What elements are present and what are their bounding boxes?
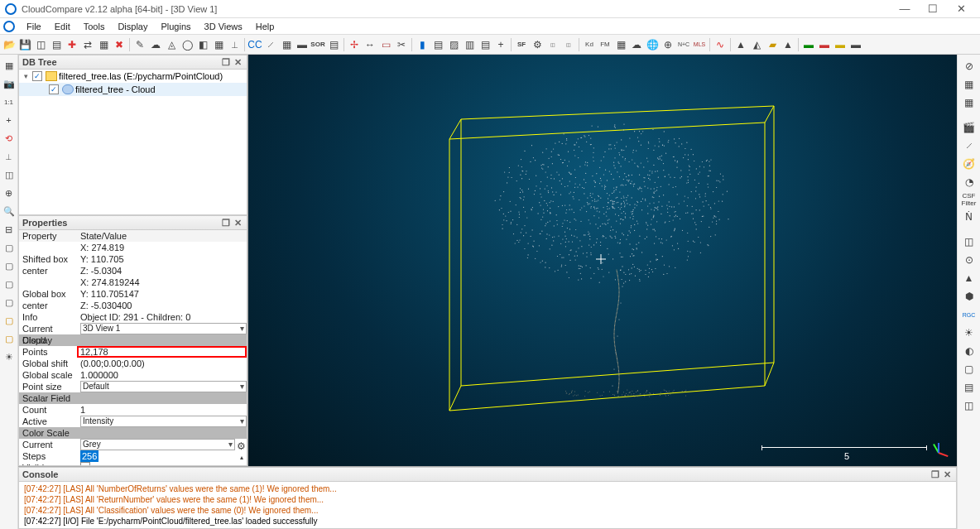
close-button[interactable]: ✕ — [947, 1, 975, 17]
chart-icon[interactable]: ▨ — [446, 37, 461, 52]
point-size-dropdown[interactable]: Default — [80, 381, 247, 392]
filter-icon[interactable]: ▤ — [478, 37, 492, 52]
anim1-icon[interactable]: ▲ — [733, 37, 748, 52]
csf-filter-label[interactable]: CSF Filter — [958, 192, 980, 207]
console-header[interactable]: Console ❐ ✕ — [18, 467, 957, 482]
back-icon[interactable]: ▢ — [2, 258, 17, 273]
3d-viewport[interactable]: 5 — [248, 55, 957, 466]
hough-icon[interactable]: ▲ — [960, 270, 978, 286]
console-body[interactable]: [07:42:27] [LAS] All 'NumberOfReturns' v… — [18, 482, 957, 529]
anim3-icon[interactable]: ▰ — [765, 37, 780, 52]
north-icon[interactable]: Ṅ — [960, 209, 978, 225]
stitch-icon[interactable]: ⇄ — [80, 37, 95, 52]
maximize-button[interactable]: ☐ — [919, 1, 947, 17]
tree-root-checkbox[interactable]: ✓ — [32, 71, 42, 81]
menu-display[interactable]: Display — [111, 22, 154, 31]
menu-edit[interactable]: Edit — [48, 22, 77, 31]
poisson-icon[interactable]: ◐ — [960, 343, 978, 359]
compass-icon[interactable]: 🧭 — [960, 156, 978, 172]
color3-icon[interactable]: ▬ — [833, 37, 848, 52]
menu-tools[interactable]: Tools — [77, 22, 112, 31]
profile-icon[interactable]: ▬ — [295, 37, 310, 52]
pcv-icon[interactable]: ☀ — [960, 325, 978, 341]
dbtree-header[interactable]: DB Tree ❐ ✕ — [18, 55, 247, 70]
m3c2-icon[interactable]: ⬢ — [960, 288, 978, 305]
plugin2-icon[interactable]: ▦ — [960, 76, 978, 93]
lighting-icon[interactable]: ☀ — [2, 349, 17, 364]
right-icon[interactable]: ▢ — [2, 295, 17, 310]
movie-icon[interactable]: 🎬 — [960, 119, 978, 136]
mls-icon[interactable]: MLS — [692, 37, 707, 52]
plugin1-icon[interactable]: ⊘ — [960, 58, 978, 75]
front-icon[interactable]: ▢ — [2, 240, 17, 255]
properties-table[interactable]: Property State/Value X: 274.819 Shifted … — [18, 230, 247, 466]
globe-icon[interactable]: 🌐 — [645, 37, 660, 52]
scale11-icon[interactable]: 1:1 — [2, 94, 17, 109]
hpr-icon[interactable]: ⊙ — [960, 252, 978, 268]
broom-icon[interactable]: ⟋ — [263, 37, 278, 52]
mesh-icon[interactable]: ◬ — [164, 37, 179, 52]
open-icon[interactable]: 📂 — [2, 37, 17, 52]
earth-icon[interactable]: ⊕ — [661, 37, 675, 52]
rotate-icon[interactable]: ⟲ — [2, 131, 17, 146]
trace-icon[interactable]: ∿ — [713, 37, 728, 52]
props-close-icon[interactable]: ✕ — [232, 218, 243, 228]
rgc-icon[interactable]: RGC — [960, 306, 978, 323]
segment-icon[interactable]: ✂ — [394, 37, 409, 52]
db-tree[interactable]: ▾ ✓ filtered_tree.las (E:/pycharm/PointC… — [18, 70, 247, 215]
plugin3-icon[interactable]: ▦ — [960, 94, 978, 111]
cross-icon[interactable]: ✢ — [347, 37, 362, 52]
sor-icon[interactable]: SOR — [310, 37, 325, 52]
level-icon[interactable]: ⟂ — [2, 149, 17, 164]
menu-help[interactable]: Help — [249, 22, 281, 31]
align-icon[interactable]: ◫ — [33, 37, 48, 52]
current-display-dropdown[interactable]: 3D View 1 — [80, 323, 247, 334]
grid-icon[interactable]: ▦ — [279, 37, 294, 52]
tree-root-row[interactable]: ▾ ✓ filtered_tree.las (E:/pycharm/PointC… — [19, 70, 247, 83]
normals-icon[interactable]: ⟂ — [227, 37, 242, 52]
primitive-icon[interactable]: ◯ — [180, 37, 195, 52]
cloud-icon[interactable]: ☁ — [148, 37, 163, 52]
isometric-icon[interactable]: ◫ — [2, 167, 17, 182]
anim4-icon[interactable]: ▲ — [781, 37, 795, 52]
camera-icon[interactable]: 📷 — [2, 76, 17, 91]
canupo-icon[interactable]: ◫ — [545, 37, 560, 52]
translate-icon[interactable]: ↔ — [363, 37, 377, 52]
view-cube-icon[interactable]: ▦ — [2, 58, 17, 73]
pick-icon[interactable]: ✎ — [132, 37, 147, 52]
colorize-icon[interactable]: ◧ — [195, 37, 210, 52]
sra-icon[interactable]: ▤ — [960, 379, 978, 396]
left-icon[interactable]: ▢ — [2, 277, 17, 291]
top-icon[interactable]: ▢ — [2, 313, 17, 328]
las-icon[interactable]: ▤ — [326, 37, 341, 52]
pick-point-icon[interactable]: + — [2, 113, 17, 127]
sfops-icon[interactable]: ⚙ — [530, 37, 545, 52]
dbtree-undock-icon[interactable]: ❐ — [220, 57, 232, 68]
virtual-icon[interactable]: ◫ — [960, 397, 978, 414]
dbtree-close-icon[interactable]: ✕ — [232, 57, 243, 68]
bottom-icon[interactable]: ▢ — [2, 331, 17, 346]
console-close-icon[interactable]: ✕ — [941, 469, 953, 480]
palette-icon[interactable]: ▦ — [211, 37, 226, 52]
nc-icon[interactable]: N+C — [676, 37, 691, 52]
menu-plugins[interactable]: Plugins — [154, 22, 197, 31]
plus-icon[interactable]: + — [493, 37, 508, 52]
steps-input[interactable]: 256 — [80, 450, 98, 462]
registration-icon[interactable]: ▦ — [613, 37, 628, 52]
minimize-button[interactable]: — — [891, 1, 919, 17]
active-sf-dropdown[interactable]: Intensity — [80, 416, 247, 427]
cloud2-icon[interactable]: ☁ — [629, 37, 644, 52]
zoomout-icon[interactable]: ⊟ — [2, 222, 17, 237]
zoomfit-icon[interactable]: ⊕ — [2, 185, 17, 200]
ransac-icon[interactable]: ▢ — [960, 361, 978, 378]
props-undock-icon[interactable]: ❐ — [220, 218, 232, 228]
tree-expand-icon[interactable]: ▾ — [24, 72, 32, 80]
book-icon[interactable]: ▭ — [378, 37, 393, 52]
color2-icon[interactable]: ▬ — [817, 37, 832, 52]
magnify-icon[interactable]: 🔍 — [2, 204, 17, 219]
tree-child-row[interactable]: ✓ filtered_tree - Cloud — [19, 83, 247, 96]
sf-icon[interactable]: SF — [514, 37, 529, 52]
menu-3dviews[interactable]: 3D Views — [198, 22, 249, 31]
tree-child-checkbox[interactable]: ✓ — [49, 84, 59, 94]
color1-icon[interactable]: ▬ — [801, 37, 816, 52]
